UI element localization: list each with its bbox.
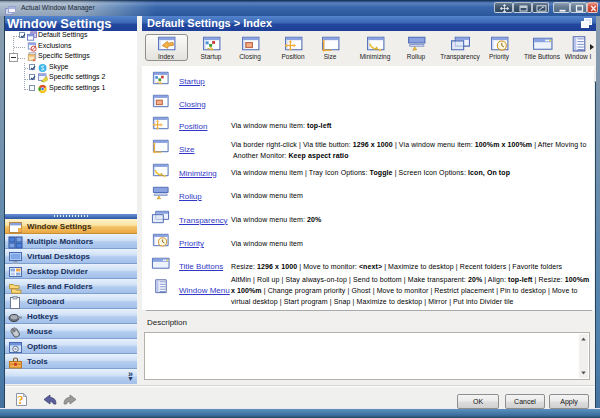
svg-text:?: ?	[18, 393, 24, 407]
